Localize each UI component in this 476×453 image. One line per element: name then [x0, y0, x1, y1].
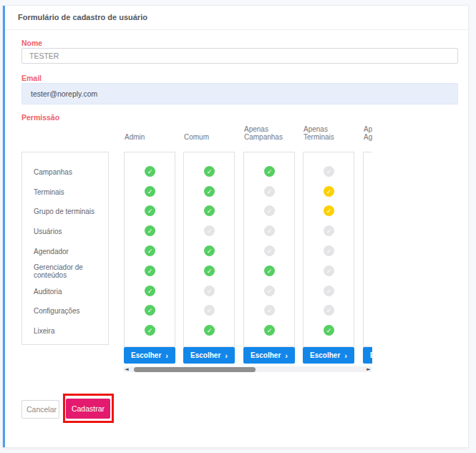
check-circle-icon: ✓ — [145, 166, 155, 177]
choose-profile-button-label: Escolher — [190, 351, 220, 359]
check-circle-icon: ✓ — [204, 205, 215, 216]
check-circle-icon: ✓ — [145, 245, 155, 256]
permission-column: Admin✓✓✓✓✓✓✓✓✓Escolher› — [124, 122, 175, 364]
form-title: Formulário de cadastro de usuário — [5, 6, 468, 30]
scroll-left-arrow-icon[interactable]: ◄ — [123, 366, 130, 372]
check-circle-icon: ✓ — [145, 305, 155, 316]
permission-column-card: ✓✓✓✓✓✓✓✓✓ — [303, 152, 354, 347]
permission-row-label: Gerenciador de conteúdos — [34, 263, 105, 280]
horizontal-scrollbar[interactable]: ◄ ► — [123, 366, 372, 372]
choose-profile-button[interactable]: Escolher› — [243, 347, 295, 364]
check-circle-icon: ✓ — [324, 166, 334, 177]
check-circle-icon: ✓ — [145, 266, 155, 276]
choose-profile-button-label: Escolher — [310, 351, 340, 359]
choose-profile-button[interactable]: Escolher› — [124, 347, 175, 364]
check-circle-icon: ✓ — [264, 245, 275, 256]
name-input[interactable] — [21, 48, 458, 64]
scroll-right-arrow-icon[interactable]: ► — [365, 366, 372, 372]
check-circle-icon: ✓ — [204, 286, 215, 296]
permission-row-label: Terminais — [34, 183, 105, 200]
permission-column-header: Apenas Agendador — [364, 122, 372, 143]
check-circle-icon: ✓ — [204, 305, 215, 316]
page-background: Formulário de cadastro de usuário Nome E… — [0, 0, 476, 453]
permission-row-label: Agendador — [34, 243, 105, 260]
chevron-right-icon: › — [225, 352, 228, 359]
check-circle-icon: ✓ — [324, 305, 334, 316]
check-circle-icon: ✓ — [264, 266, 275, 276]
check-circle-icon: ✓ — [324, 286, 334, 296]
email-input[interactable] — [21, 83, 458, 104]
check-circle-icon: ✓ — [264, 305, 275, 316]
choose-profile-button[interactable]: Escolher› — [303, 347, 354, 364]
check-circle-icon: ✓ — [324, 225, 334, 236]
check-circle-icon: ✓ — [324, 245, 334, 256]
check-circle-icon: ✓ — [145, 286, 155, 296]
email-label: Email — [21, 74, 42, 82]
permission-column-card: ✓✓✓✓✓✓✓✓✓ — [124, 152, 175, 347]
user-form-card: Formulário de cadastro de usuário Nome E… — [3, 6, 468, 447]
check-circle-icon: ✓ — [145, 325, 155, 336]
permission-column-header: Admin — [125, 122, 175, 143]
check-circle-icon: ✓ — [264, 225, 275, 236]
permission-column-card: ✓✓✓✓✓✓✓✓✓ — [183, 152, 235, 347]
check-circle-icon: ✓ — [264, 166, 275, 177]
check-circle-icon: ✓ — [324, 325, 334, 336]
check-circle-icon: ✓ — [264, 286, 275, 296]
permission-column-header: Apenas Campanhas — [244, 122, 295, 143]
permission-columns-viewport: Admin✓✓✓✓✓✓✓✓✓Escolher›Comum✓✓✓✓✓✓✓✓✓Esc… — [124, 122, 372, 364]
name-label: Nome — [21, 39, 42, 47]
scrollbar-thumb[interactable] — [134, 367, 256, 372]
card-accent-bar — [3, 6, 5, 447]
chevron-right-icon: › — [344, 352, 347, 359]
permission-row-label: Campanhas — [34, 163, 105, 180]
permission-label: Permissão — [21, 113, 59, 122]
check-circle-icon: ✓ — [204, 325, 215, 336]
permission-column: Apenas AgendadorEscolher› — [363, 122, 372, 364]
permission-column-header: Apenas Terminais — [303, 122, 354, 143]
choose-profile-button-label: Escolher — [251, 351, 281, 359]
check-circle-icon: ✓ — [264, 186, 275, 197]
check-circle-icon: ✓ — [204, 225, 215, 236]
check-circle-icon: ✓ — [204, 166, 215, 177]
chevron-right-icon: › — [165, 352, 168, 359]
choose-profile-button[interactable]: Escolher› — [363, 347, 372, 364]
permission-row-labels-card: CampanhasTerminaisGrupo de terminaisUsuá… — [21, 152, 109, 345]
permission-column: Apenas Campanhas✓✓✓✓✓✓✓✓✓Escolher› — [243, 122, 295, 364]
permission-row-label: Configurações — [34, 302, 105, 319]
check-circle-icon: ✓ — [324, 266, 334, 276]
choose-profile-button-label: Escolher — [131, 351, 161, 359]
check-circle-icon: ✓ — [145, 225, 155, 236]
submit-button[interactable]: Cadastrar — [66, 399, 110, 419]
check-circle-icon: ✓ — [204, 186, 215, 197]
permission-row-label: Usuários — [34, 223, 105, 240]
permission-row-label: Auditoria — [34, 283, 105, 300]
check-circle-icon: ✓ — [145, 205, 155, 216]
check-circle-icon: ✓ — [204, 245, 215, 256]
chevron-right-icon: › — [285, 352, 288, 359]
check-circle-icon: ✓ — [264, 205, 275, 216]
check-circle-icon: ✓ — [145, 186, 155, 197]
permission-column-header: Comum — [184, 122, 235, 143]
permission-column-card — [363, 152, 372, 347]
choose-profile-button-label: Escolher — [370, 351, 372, 359]
permission-column: Apenas Terminais✓✓✓✓✓✓✓✓✓Escolher› — [303, 122, 354, 364]
choose-profile-button[interactable]: Escolher› — [183, 347, 235, 364]
check-circle-icon: ✓ — [324, 186, 334, 197]
check-circle-icon: ✓ — [264, 325, 275, 336]
check-circle-icon: ✓ — [324, 205, 334, 216]
check-circle-icon: ✓ — [204, 266, 215, 276]
permission-row-label: Grupo de terminais — [34, 203, 105, 220]
permission-column: Comum✓✓✓✓✓✓✓✓✓Escolher› — [183, 122, 235, 364]
cancel-button[interactable]: Cancelar — [21, 400, 59, 419]
permission-row-label: Lixeira — [34, 322, 105, 339]
permission-column-card: ✓✓✓✓✓✓✓✓✓ — [243, 152, 295, 347]
